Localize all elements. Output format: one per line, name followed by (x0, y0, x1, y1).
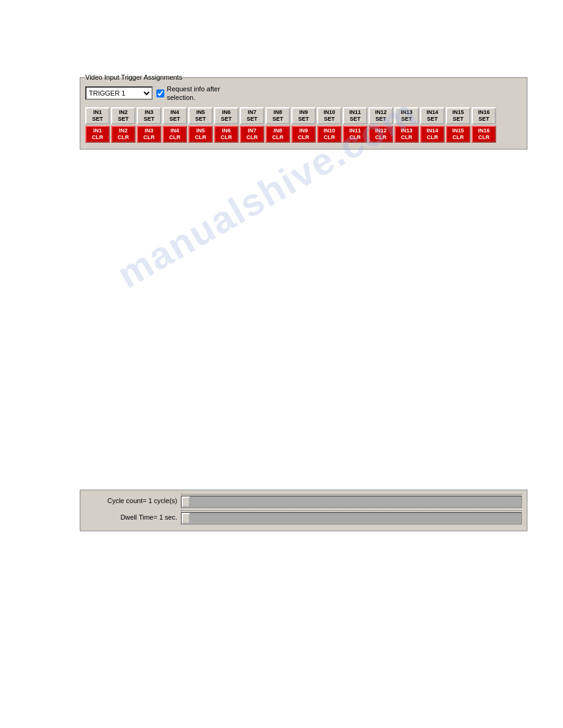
sliders-container: Cycle count= 1 cycle(s) Dwell Time= 1 se… (80, 490, 527, 531)
dwell-time-dotted-line (181, 510, 522, 511)
in14-set-button[interactable]: IN14SET (420, 107, 445, 124)
in4-set-button[interactable]: IN4SET (163, 107, 187, 124)
in-clr-row: IN1CLR IN2CLR IN3CLR IN4CLR IN5CLR IN6CL… (85, 126, 522, 143)
in16-set-button[interactable]: IN16SET (472, 107, 496, 124)
in5-set-button[interactable]: IN5SET (188, 107, 213, 124)
in12-clr-button[interactable]: IN12CLR (369, 126, 393, 143)
dwell-time-row: Dwell Time= 1 sec. (85, 510, 522, 525)
in2-set-button[interactable]: IN2SET (111, 107, 136, 124)
trigger-header-row: TRIGGER 1 TRIGGER 2 TRIGGER 3 TRIGGER 4 … (85, 85, 522, 102)
in15-set-button[interactable]: IN15SET (446, 107, 470, 124)
in-buttons-grid: IN1SET IN2SET IN3SET IN4SET IN5SET IN6SE… (85, 107, 522, 143)
trigger-dropdown[interactable]: TRIGGER 1 TRIGGER 2 TRIGGER 3 TRIGGER 4 (85, 86, 153, 100)
in13-set-button[interactable]: IN13SET (394, 107, 419, 124)
in12-set-button[interactable]: IN12SET (369, 107, 393, 124)
in-set-row: IN1SET IN2SET IN3SET IN4SET IN5SET IN6SE… (85, 107, 522, 124)
in11-set-button[interactable]: IN11SET (343, 107, 367, 124)
trigger-panel-title: Video Input Trigger Assignments (85, 74, 182, 81)
main-container: Video Input Trigger Assignments TRIGGER … (0, 0, 563, 531)
in13-clr-button[interactable]: IN13CLR (394, 126, 419, 143)
in7-clr-button[interactable]: IN7CLR (240, 126, 264, 143)
cycle-count-row: Cycle count= 1 cycle(s) (85, 494, 522, 508)
in9-set-button[interactable]: IN9SET (291, 107, 316, 124)
cycle-count-dotted-line (181, 494, 522, 495)
in3-set-button[interactable]: IN3SET (137, 107, 161, 124)
request-info-label[interactable]: Request info afterselection. (156, 85, 220, 102)
cycle-count-track (181, 494, 522, 508)
in4-clr-button[interactable]: IN4CLR (163, 126, 187, 143)
in11-clr-button[interactable]: IN11CLR (343, 126, 367, 143)
in10-set-button[interactable]: IN10SET (317, 107, 342, 124)
in10-clr-button[interactable]: IN10CLR (317, 126, 342, 143)
dwell-time-slider[interactable] (181, 512, 522, 525)
cycle-count-label: Cycle count= 1 cycle(s) (85, 497, 177, 504)
request-info-checkbox[interactable] (156, 89, 164, 97)
dwell-time-track (181, 510, 522, 525)
in1-set-button[interactable]: IN1SET (85, 107, 110, 124)
in5-clr-button[interactable]: IN5CLR (188, 126, 213, 143)
in15-clr-button[interactable]: IN15CLR (446, 126, 470, 143)
in6-set-button[interactable]: IN6SET (214, 107, 239, 124)
dwell-time-label: Dwell Time= 1 sec. (85, 514, 177, 521)
request-info-text: Request info afterselection. (167, 85, 220, 102)
cycle-count-slider[interactable] (181, 496, 522, 508)
in6-clr-button[interactable]: IN6CLR (214, 126, 239, 143)
in1-clr-button[interactable]: IN1CLR (85, 126, 110, 143)
in14-clr-button[interactable]: IN14CLR (420, 126, 445, 143)
trigger-panel: Video Input Trigger Assignments TRIGGER … (80, 74, 527, 150)
in2-clr-button[interactable]: IN2CLR (111, 126, 136, 143)
in16-clr-button[interactable]: IN16CLR (472, 126, 496, 143)
in3-clr-button[interactable]: IN3CLR (137, 126, 161, 143)
in8-set-button[interactable]: IN8SET (266, 107, 290, 124)
in9-clr-button[interactable]: IN9CLR (291, 126, 316, 143)
in7-set-button[interactable]: IN7SET (240, 107, 264, 124)
in8-clr-button[interactable]: IN8CLR (266, 126, 290, 143)
